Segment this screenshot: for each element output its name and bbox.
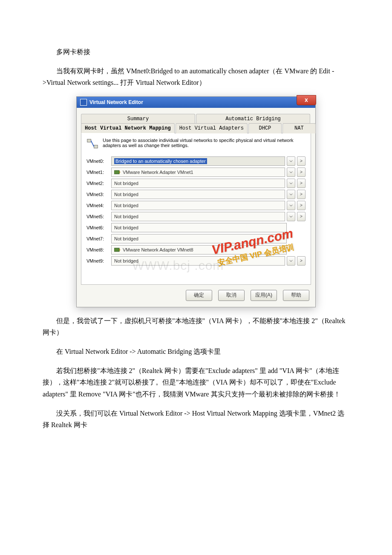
svg-rect-3 <box>114 171 119 174</box>
nic-icon <box>114 247 120 252</box>
vmnet-label: VMnet3: <box>86 192 111 197</box>
more-button[interactable]: > <box>297 179 306 188</box>
app-icon <box>80 99 87 106</box>
vmnet-dropdown[interactable]: Not bridged <box>111 190 285 199</box>
network-icon <box>86 138 98 150</box>
title-text: Virtual Network Editor <box>89 99 143 105</box>
svg-rect-1 <box>94 145 98 148</box>
paragraph-3: 在 Virtual Network Editor -> Automatic Br… <box>43 346 349 357</box>
panel: Use this page to associate individual vi… <box>81 133 311 285</box>
paragraph-4: 若我们想桥接"本地连接 2"（Realtek 网卡）需要在"Exclude ad… <box>43 365 349 400</box>
vmnet-row-7: VMnet7:Not bridged <box>86 234 306 243</box>
vmnet-label: VMnet6: <box>86 225 111 230</box>
vmnet-row-9: VMnet9:Not bridged> <box>86 256 306 266</box>
tab-row-top: Summary Automatic Bridging <box>81 114 311 123</box>
title-bar: Virtual Network Editor <box>77 97 315 108</box>
more-button[interactable]: > <box>297 256 306 266</box>
vmnet-value: Not bridged <box>114 181 138 186</box>
vmnet-value: Not bridged <box>114 225 138 230</box>
vmnet-dropdown[interactable]: Not bridged <box>111 256 285 266</box>
vmnet-row-1: VMnet1:VMware Network Adapter VMnet1> <box>86 168 306 177</box>
vmnet-label: VMnet4: <box>86 203 111 208</box>
vmnet-row-2: VMnet2:Not bridged> <box>86 179 306 188</box>
vmnet-dropdown[interactable]: Not bridged <box>111 201 285 210</box>
close-button[interactable]: x <box>297 95 316 105</box>
paragraph-5: 没关系，我们可以在 Virtual Network Editor -> Host… <box>43 408 349 431</box>
vmnet-row-8: VMnet8:VMware Network Adapter VMnet8 <box>86 245 306 254</box>
tab-summary[interactable]: Summary <box>81 114 195 124</box>
apply-button[interactable]: 应用(A) <box>251 290 277 301</box>
panel-description: Use this page to associate individual vi… <box>103 138 306 148</box>
tab-nat[interactable]: NAT <box>282 123 316 133</box>
svg-rect-0 <box>87 139 91 142</box>
vmnet-label: VMnet5: <box>86 214 111 219</box>
vmnet-label: VMnet7: <box>86 236 111 241</box>
tab-host-adapters[interactable]: Host Virtual Adapters <box>176 123 248 133</box>
more-button[interactable]: > <box>297 201 306 210</box>
vmnet-dropdown[interactable]: VMware Network Adapter VMnet8 <box>111 245 287 254</box>
vmnet-dropdown[interactable]: Bridged to an automatically chosen adapt… <box>111 156 285 166</box>
vmnet-value: VMware Network Adapter VMnet1 <box>123 170 193 175</box>
vnet-editor-dialog: Virtual Network Editor x Summary Automat… <box>76 96 316 307</box>
tab-auto-bridging[interactable]: Automatic Bridging <box>196 114 310 124</box>
chevron-down-icon[interactable] <box>287 256 295 266</box>
vmnet-row-0: VMnet0:Bridged to an automatically chose… <box>86 156 306 166</box>
vmnet-value: Not bridged <box>114 192 138 197</box>
svg-rect-4 <box>119 171 120 173</box>
chevron-down-icon[interactable] <box>287 201 295 210</box>
vmnet-value: Not bridged <box>114 214 138 219</box>
vmnet-value: Not bridged <box>114 236 138 241</box>
chevron-down-icon[interactable] <box>287 190 295 199</box>
cancel-button[interactable]: 取消 <box>218 290 245 301</box>
vmnet-value: Not bridged <box>114 203 138 208</box>
more-button[interactable]: > <box>297 212 306 221</box>
help-button[interactable]: 帮助 <box>283 290 309 301</box>
tab-host-mapping[interactable]: Host Virtual Network Mapping <box>81 123 175 133</box>
svg-rect-6 <box>119 249 120 251</box>
tab-dhcp[interactable]: DHCP <box>248 123 282 133</box>
vmnet-row-4: VMnet4:Not bridged> <box>86 201 306 210</box>
vmnet-label: VMnet0: <box>86 159 111 164</box>
vmnet-dropdown[interactable]: Not bridged <box>111 223 287 232</box>
ok-button[interactable]: 确定 <box>186 290 212 301</box>
vmnet-label: VMnet9: <box>86 258 111 263</box>
vmnet-value: Bridged to an automatically chosen adapt… <box>114 158 207 164</box>
paragraph-2: 但是，我尝试了一下，虚拟机只可桥接"本地连接"（VIA 网卡），不能桥接"本地连… <box>43 315 349 338</box>
vmnet-label: VMnet1: <box>86 170 111 175</box>
vmnet-row-6: VMnet6:Not bridged <box>86 223 306 232</box>
vmnet-value: Not bridged <box>114 258 138 263</box>
heading: 多网卡桥接 <box>43 46 349 58</box>
more-button[interactable]: > <box>297 190 306 199</box>
tab-row-bottom: Host Virtual Network Mapping Host Virtua… <box>81 123 311 133</box>
vmnet-dropdown[interactable]: Not bridged <box>111 234 287 243</box>
chevron-down-icon[interactable] <box>287 212 295 221</box>
nic-icon <box>114 170 120 175</box>
vmnet-dropdown[interactable]: VMware Network Adapter VMnet1 <box>111 168 285 177</box>
button-row: 确定 取消 应用(A) 帮助 <box>77 286 315 307</box>
vmnet-label: VMnet8: <box>86 247 111 252</box>
vmnet-dropdown[interactable]: Not bridged <box>111 179 285 188</box>
vmnet-row-3: VMnet3:Not bridged> <box>86 190 306 199</box>
vmnet-label: VMnet2: <box>86 181 111 186</box>
chevron-down-icon[interactable] <box>287 156 295 166</box>
chevron-down-icon[interactable] <box>287 168 295 177</box>
more-button[interactable]: > <box>297 168 306 177</box>
chevron-down-icon[interactable] <box>287 179 295 188</box>
vmnet-dropdown[interactable]: Not bridged <box>111 212 285 221</box>
paragraph-1: 当我有双网卡时，虽然 VMnet0:Bridged to an automati… <box>43 65 349 88</box>
vmnet-value: VMware Network Adapter VMnet8 <box>123 247 193 252</box>
vmnet-row-5: VMnet5:Not bridged> <box>86 212 306 221</box>
more-button[interactable]: > <box>297 156 306 166</box>
svg-rect-5 <box>114 248 119 251</box>
svg-line-2 <box>91 141 94 147</box>
